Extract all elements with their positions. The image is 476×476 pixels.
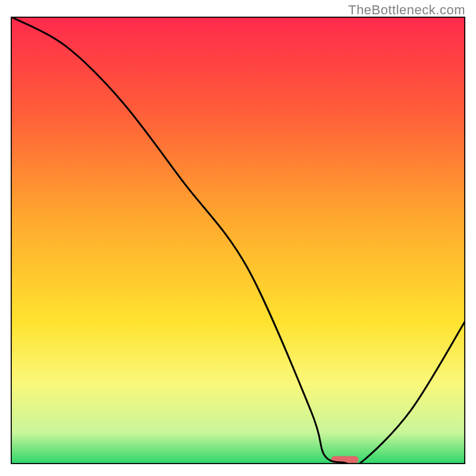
gradient-backdrop xyxy=(11,17,465,464)
plot-area xyxy=(11,17,465,464)
chart-container: TheBottleneck.com xyxy=(0,0,476,476)
watermark-text: TheBottleneck.com xyxy=(348,2,465,18)
chart-svg xyxy=(11,17,465,464)
